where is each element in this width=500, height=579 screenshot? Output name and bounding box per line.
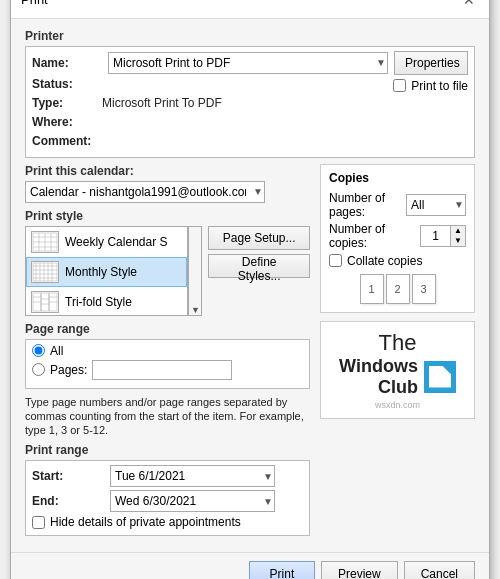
style-item-weekly[interactable]: Weekly Calendar S [26,227,187,257]
monthly-label: Monthly Style [65,265,137,279]
end-date-select[interactable]: Wed 6/30/2021 [110,490,275,512]
calendar-title: Print this calendar: [25,164,310,178]
spinner-up[interactable]: ▲ [451,226,465,236]
logo-text-block: Windows Club [339,356,418,398]
printer-info: Status: Type: Microsoft Print To PDF Whe… [32,77,222,151]
copies-input[interactable] [421,226,451,246]
page-range-section: Page range All Pages: Type page numbers … [25,322,310,438]
trifold-label: Tri-fold Style [65,295,132,309]
hide-private-label: Hide details of private appointments [50,515,241,529]
type-label: Type: [32,96,102,110]
print-to-file-label: Print to file [411,79,468,93]
end-select-wrapper: Wed 6/30/2021 ▼ [110,490,275,512]
svg-rect-7 [33,263,57,281]
logo-square [424,361,456,393]
start-select-wrapper: Tue 6/1/2021 ▼ [110,465,275,487]
collate-icon-area: 1 2 3 [329,274,466,304]
define-styles-button[interactable]: Define Styles... [208,254,310,278]
dialog-body: Printer Name: Microsoft Print to PDF ▼ P… [11,19,489,553]
calendar-section: Print this calendar: Calendar - nishantg… [25,164,310,203]
num-pages-wrapper: All ▼ [406,194,466,216]
style-item-monthly[interactable]: Monthly Style [26,257,187,287]
end-row: End: Wed 6/30/2021 ▼ [32,490,303,512]
logo-square-inner [429,366,451,388]
print-to-file-checkbox[interactable] [393,79,406,92]
page-icon-2: 2 [386,274,410,304]
printer-name-row: Name: Microsoft Print to PDF ▼ Propertie… [32,51,468,75]
num-copies-row: Number of copies: ▲ ▼ [329,222,466,250]
pages-radio[interactable] [32,363,45,376]
scroll-down-arrow: ▼ [191,305,200,315]
logo-row: Windows Club [339,356,456,398]
cancel-button[interactable]: Cancel [404,561,475,579]
print-button[interactable]: Print [249,561,315,579]
weekly-icon-svg [32,232,58,252]
weekly-icon [31,231,59,253]
printer-name-select[interactable]: Microsoft Print to PDF [108,52,388,74]
print-range-section: Print range Start: Tue 6/1/2021 ▼ [25,443,310,536]
weekly-label: Weekly Calendar S [65,235,168,249]
style-item-trifold[interactable]: Tri-fold Style [26,287,187,316]
status-row: Status: [32,77,222,91]
print-dialog: Print ✕ Printer Name: Microsoft Print to… [10,0,490,579]
type-row: Type: Microsoft Print To PDF [32,96,222,110]
status-label: Status: [32,77,102,91]
left-column: Print this calendar: Calendar - nishantg… [25,164,310,543]
trifold-icon [31,291,59,313]
trifold-icon-svg [32,292,58,312]
hide-private-row: Hide details of private appointments [32,515,303,529]
print-range-border: Start: Tue 6/1/2021 ▼ End: [25,460,310,536]
print-range-title: Print range [25,443,310,457]
all-pages-row: All [32,344,303,358]
dialog-footer: Print Preview Cancel [11,552,489,579]
page-icon-1: 1 [360,274,384,304]
collate-label: Collate copies [347,254,422,268]
num-copies-label: Number of copies: [329,222,414,250]
right-column: Copies Number of pages: All ▼ Number of … [320,164,475,543]
start-date-select[interactable]: Tue 6/1/2021 [110,465,275,487]
calendar-select-wrapper: Calendar - nishantgola1991@outlook.com ▼ [25,181,265,203]
comment-label: Comment: [32,134,102,148]
collate-row: Collate copies [329,254,466,268]
page-setup-button[interactable]: Page Setup... [208,226,310,250]
monthly-icon-svg [32,262,58,282]
page-range-title: Page range [25,322,310,336]
logo-area: The Windows Club wsxdn.com [320,321,475,419]
calendar-select[interactable]: Calendar - nishantgola1991@outlook.com [25,181,265,203]
printer-section: Name: Microsoft Print to PDF ▼ Propertie… [25,46,475,158]
type-value: Microsoft Print To PDF [102,96,222,110]
all-label: All [50,344,63,358]
start-row: Start: Tue 6/1/2021 ▼ [32,465,303,487]
all-radio[interactable] [32,344,45,357]
preview-button[interactable]: Preview [321,561,398,579]
page-range-border: All Pages: [25,339,310,389]
style-row: Weekly Calendar S [25,226,310,316]
hide-private-checkbox[interactable] [32,516,45,529]
copies-section: Copies Number of pages: All ▼ Number of … [320,164,475,313]
style-buttons: Page Setup... Define Styles... [208,226,310,278]
pages-label: Pages: [50,363,87,377]
copies-spinner: ▲ ▼ [420,225,466,247]
close-button[interactable]: ✕ [459,0,479,10]
print-style-title: Print style [25,209,310,223]
logo-club: Club [378,377,418,398]
logo-watermark: wsxdn.com [375,400,420,410]
end-label: End: [32,494,102,508]
style-list-scrollbar[interactable]: ▼ [188,226,202,316]
page-icon-3: 3 [412,274,436,304]
printer-name-wrapper: Microsoft Print to PDF ▼ [108,52,388,74]
style-list: Weekly Calendar S [25,226,188,316]
copies-title: Copies [329,171,466,185]
num-pages-select[interactable]: All [406,194,466,216]
num-pages-row: Number of pages: All ▼ [329,191,466,219]
collate-checkbox[interactable] [329,254,342,267]
logo-windows: Windows [339,356,418,377]
num-pages-label: Number of pages: [329,191,400,219]
pages-input[interactable] [92,360,232,380]
where-row: Where: [32,115,222,129]
spinner-down[interactable]: ▼ [451,236,465,246]
logo-the: The [379,330,417,356]
properties-button[interactable]: Properties [394,51,468,75]
main-columns: Print this calendar: Calendar - nishantg… [25,164,475,543]
title-bar: Print ✕ [11,0,489,19]
